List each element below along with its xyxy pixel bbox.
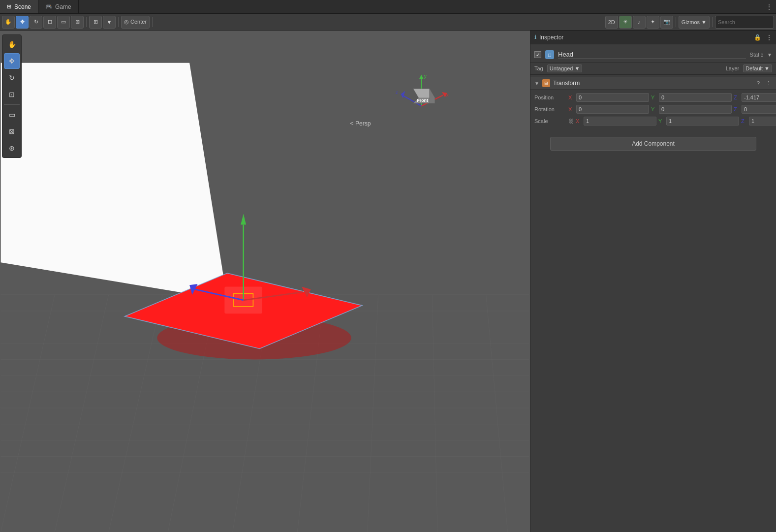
toolbar-separator-4 xyxy=(676,17,676,27)
scale-y-input[interactable] xyxy=(666,117,739,125)
position-x-axis: X xyxy=(568,94,574,100)
toolbar-search-input[interactable] xyxy=(715,16,774,29)
toolbox-transform-btn[interactable]: ⊠ xyxy=(4,124,20,139)
position-z-axis: Z xyxy=(734,94,740,100)
tab-game[interactable]: 🎮 Game xyxy=(38,0,79,13)
toolbox-rotate-btn[interactable]: ↻ xyxy=(4,70,20,86)
rotation-row: Rotation X Y Z xyxy=(530,103,776,115)
gameobject-header: ✓ □ Static ▼ xyxy=(530,47,776,63)
transform-fields: Position X Y Z Rotation X Y xyxy=(530,90,776,129)
transform-settings-btn[interactable]: ⋮ xyxy=(764,79,772,87)
tag-label: Tag xyxy=(534,65,543,71)
inspector-info-icon: ℹ xyxy=(534,34,536,40)
inspector-panel: ℹ Inspector 🔒 ⋮ ✓ □ Static ▼ Tag Untagge… xyxy=(530,31,776,532)
inspector-title: Inspector xyxy=(539,34,751,41)
svg-marker-23 xyxy=(1,63,227,300)
rotation-y-input[interactable] xyxy=(659,105,732,114)
scale-label: Scale xyxy=(534,118,566,124)
toolbar-snapping-btn[interactable]: ⊞ xyxy=(89,16,102,29)
inspector-menu-icon[interactable]: ⋮ xyxy=(766,34,772,41)
gameobject-static-dropdown[interactable]: ▼ xyxy=(767,52,772,58)
scale-y-axis: Y xyxy=(658,118,664,124)
svg-text:x: x xyxy=(446,92,449,97)
gameobject-name-field[interactable] xyxy=(558,51,746,59)
toolbar-camera-btn[interactable]: 📷 xyxy=(660,16,673,29)
game-tab-icon: 🎮 xyxy=(45,3,52,10)
tab-scene[interactable]: ⊞ Scene xyxy=(0,0,38,13)
transform-component-name: Transform xyxy=(553,80,751,87)
toolbox-rect-btn[interactable]: ▭ xyxy=(4,107,20,123)
toolbox-separator xyxy=(4,104,20,105)
toolbox: ✋ ✥ ↻ ⊡ ▭ ⊠ ⊛ xyxy=(2,34,22,158)
scene-view[interactable]: ✋ ✥ ↻ ⊡ ▭ ⊠ ⊛ xyxy=(0,31,530,532)
toolbox-scale-btn[interactable]: ⊡ xyxy=(4,87,20,102)
toolbar-hand-btn[interactable]: ✋ xyxy=(2,16,15,29)
inspector-header: ℹ Inspector 🔒 ⋮ xyxy=(530,31,776,44)
toolbox-hand-btn[interactable]: ✋ xyxy=(4,36,20,52)
scale-z-axis: Z xyxy=(741,118,747,124)
gameobject-icon: □ xyxy=(545,50,554,59)
tab-bar: ⊞ Scene 🎮 Game ⋮ xyxy=(0,0,776,14)
toolbar-gizmos-btn[interactable]: Gizmos ▼ xyxy=(679,16,710,29)
svg-text:y: y xyxy=(424,73,427,79)
tag-layer-row: Tag Untagged ▼ Layer Default ▼ xyxy=(530,63,776,75)
toolbar-scale-btn[interactable]: ⊡ xyxy=(43,16,56,29)
toolbar-snap-dropdown[interactable]: ▼ xyxy=(103,16,116,29)
toolbar: ✋ ✥ ↻ ⊡ ▭ ⊠ ⊞ ▼ ◎ Center 2D ☀ ♪ ✦ 📷 Gizm… xyxy=(0,14,776,31)
toolbar-pivot-btn[interactable]: ◎ Center xyxy=(121,16,150,29)
scale-link-icon[interactable]: ⛓ xyxy=(568,118,574,124)
transform-component: ▼ ⊞ Transform ? ⋮ Position X Y xyxy=(530,77,776,129)
transform-component-icon: ⊞ xyxy=(542,79,550,87)
layer-dropdown[interactable]: Default ▼ xyxy=(743,64,772,72)
add-component-button[interactable]: Add Component xyxy=(550,137,756,151)
toolbar-2d-btn[interactable]: 2D xyxy=(605,16,618,29)
tab-menu-button[interactable]: ⋮ xyxy=(762,0,776,14)
tag-dropdown[interactable]: Untagged ▼ xyxy=(547,64,583,72)
layer-arrow: ▼ xyxy=(764,65,770,71)
scale-z-input[interactable] xyxy=(749,117,776,125)
toolbar-move-btn[interactable]: ✥ xyxy=(16,16,29,29)
toolbar-audio-btn[interactable]: ♪ xyxy=(633,16,646,29)
layer-value: Default xyxy=(745,65,763,71)
toolbar-rect-btn[interactable]: ▭ xyxy=(57,16,70,29)
toolbar-separator-2 xyxy=(118,17,119,27)
add-component-row: Add Component xyxy=(530,131,776,156)
svg-text:Front: Front xyxy=(417,98,428,103)
transform-collapse-arrow: ▼ xyxy=(534,81,539,86)
position-y-axis: Y xyxy=(651,94,657,100)
toolbox-custom-btn[interactable]: ⊛ xyxy=(4,140,20,156)
toolbar-separator-1 xyxy=(86,17,87,27)
layer-label: Layer xyxy=(726,65,740,71)
position-z-input[interactable] xyxy=(742,93,776,102)
transform-component-header[interactable]: ▼ ⊞ Transform ? ⋮ xyxy=(530,77,776,90)
position-row: Position X Y Z xyxy=(530,92,776,103)
tag-arrow: ▼ xyxy=(574,65,580,71)
transform-help-btn[interactable]: ? xyxy=(754,79,762,87)
toolbox-move-btn[interactable]: ✥ xyxy=(4,53,20,69)
toolbar-rotate-btn[interactable]: ↻ xyxy=(30,16,42,29)
scale-row: Scale ⛓ X Y Z xyxy=(530,115,776,127)
position-x-input[interactable] xyxy=(576,93,649,102)
position-label: Position xyxy=(534,94,566,100)
rotation-z-input[interactable] xyxy=(742,105,776,114)
gameobject-active-checkbox[interactable]: ✓ xyxy=(534,51,541,58)
tag-value: Untagged xyxy=(550,65,573,71)
rotation-z-axis: Z xyxy=(734,106,740,112)
scene-canvas: y x z Front < Persp xyxy=(0,31,530,532)
position-y-input[interactable] xyxy=(659,93,732,102)
game-tab-label: Game xyxy=(55,3,71,10)
rotation-x-axis: X xyxy=(568,106,574,112)
toolbar-transform-btn[interactable]: ⊠ xyxy=(71,16,84,29)
scene-tab-label: Scene xyxy=(14,3,31,10)
toolbar-light-btn[interactable]: ☀ xyxy=(619,16,632,29)
inspector-lock-icon[interactable]: 🔒 xyxy=(754,34,761,41)
rotation-y-axis: Y xyxy=(651,106,657,112)
scene-tab-icon: ⊞ xyxy=(7,3,11,10)
transform-component-buttons: ? ⋮ xyxy=(754,79,772,87)
scale-x-input[interactable] xyxy=(584,117,656,125)
rotation-x-input[interactable] xyxy=(576,105,649,114)
toolbar-separator-3 xyxy=(152,17,153,27)
toolbar-fx-btn[interactable]: ✦ xyxy=(647,16,659,29)
inspector-body: ✓ □ Static ▼ Tag Untagged ▼ Layer Defaul… xyxy=(530,44,776,532)
gameobject-static-label: Static xyxy=(750,52,764,58)
